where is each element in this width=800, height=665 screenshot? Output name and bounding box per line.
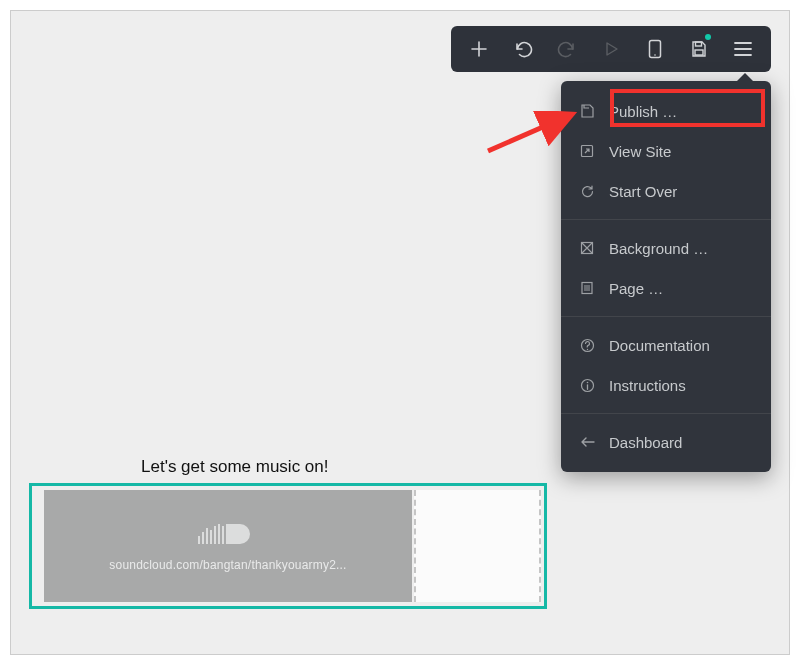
menu-item-label: View Site xyxy=(609,143,671,160)
main-menu-dropdown: Publish … View Site Start Over Backgroun… xyxy=(561,81,771,472)
svg-rect-12 xyxy=(202,532,204,544)
unsaved-indicator xyxy=(705,34,711,40)
menu-item-background[interactable]: Background … xyxy=(561,228,771,268)
menu-item-instructions[interactable]: Instructions xyxy=(561,365,771,405)
menu-item-label: Instructions xyxy=(609,377,686,394)
svg-rect-14 xyxy=(210,530,212,544)
external-link-icon xyxy=(579,143,595,159)
redo-button[interactable] xyxy=(545,26,589,72)
svg-point-10 xyxy=(586,381,588,383)
svg-rect-17 xyxy=(222,526,224,544)
svg-point-1 xyxy=(654,54,656,56)
soundcloud-embed-preview: soundcloud.com/bangtan/thankyouarmy2... xyxy=(44,490,412,602)
menu-item-page[interactable]: Page … xyxy=(561,268,771,308)
save-button[interactable] xyxy=(677,26,721,72)
info-icon xyxy=(579,377,595,393)
menu-item-label: Dashboard xyxy=(609,434,682,451)
svg-rect-2 xyxy=(696,42,702,46)
soundcloud-embed-block[interactable]: soundcloud.com/bangtan/thankyouarmy2... xyxy=(29,483,547,609)
menu-item-publish[interactable]: Publish … xyxy=(561,91,771,131)
save-icon xyxy=(579,103,595,119)
menu-item-label: Start Over xyxy=(609,183,677,200)
page-heading[interactable]: Let's get some music on! xyxy=(141,457,329,477)
svg-rect-11 xyxy=(198,536,200,544)
menu-item-label: Documentation xyxy=(609,337,710,354)
add-button[interactable] xyxy=(457,26,501,72)
back-arrow-icon xyxy=(579,434,595,450)
editor-canvas: Publish … View Site Start Over Backgroun… xyxy=(10,10,790,655)
svg-rect-16 xyxy=(218,524,220,544)
svg-point-8 xyxy=(586,348,587,349)
play-button[interactable] xyxy=(589,26,633,72)
menu-item-label: Background … xyxy=(609,240,708,257)
toolbar xyxy=(451,26,771,72)
svg-rect-3 xyxy=(695,50,703,55)
menu-item-view-site[interactable]: View Site xyxy=(561,131,771,171)
page-icon xyxy=(579,280,595,296)
device-button[interactable] xyxy=(633,26,677,72)
menu-item-label: Publish … xyxy=(609,103,677,120)
svg-rect-15 xyxy=(214,526,216,544)
menu-item-label: Page … xyxy=(609,280,663,297)
image-icon xyxy=(579,240,595,256)
help-icon xyxy=(579,337,595,353)
menu-item-dashboard[interactable]: Dashboard xyxy=(561,422,771,462)
menu-item-documentation[interactable]: Documentation xyxy=(561,325,771,365)
embed-empty-area xyxy=(414,490,541,602)
menu-separator xyxy=(561,413,771,414)
menu-button[interactable] xyxy=(721,26,765,72)
menu-separator xyxy=(561,316,771,317)
undo-button[interactable] xyxy=(501,26,545,72)
embed-url-text: soundcloud.com/bangtan/thankyouarmy2... xyxy=(109,558,346,572)
soundcloud-icon xyxy=(198,520,258,548)
svg-rect-13 xyxy=(206,528,208,544)
refresh-icon xyxy=(579,183,595,199)
menu-separator xyxy=(561,219,771,220)
menu-item-start-over[interactable]: Start Over xyxy=(561,171,771,211)
